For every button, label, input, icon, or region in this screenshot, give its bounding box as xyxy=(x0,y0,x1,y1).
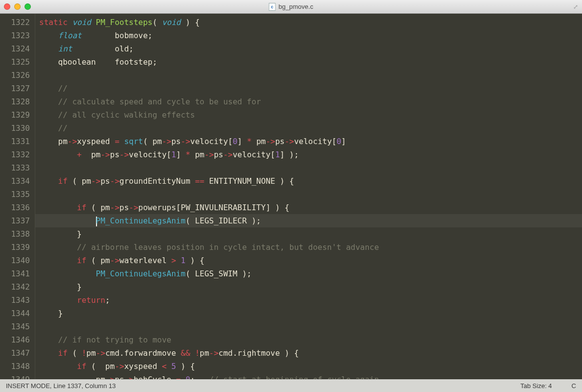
code-line[interactable]: if ( pm->ps->groundEntityNum == ENTITYNU… xyxy=(39,174,582,188)
minimize-window-button[interactable] xyxy=(14,3,21,10)
line-number: 1335 xyxy=(2,188,30,201)
window-titlebar: c bg_pmove.c ⤢ xyxy=(0,0,582,14)
line-number: 1331 xyxy=(2,135,30,148)
expand-icon[interactable]: ⤢ xyxy=(573,3,578,10)
status-tab-size[interactable]: Tab Size: 4 xyxy=(520,382,552,390)
code-line[interactable]: // if not trying to move xyxy=(39,333,582,346)
line-number: 1328 xyxy=(2,95,30,108)
code-line[interactable]: // calculate speed and cycle to be used … xyxy=(39,95,582,108)
line-number: 1344 xyxy=(2,307,30,320)
code-line[interactable]: int old; xyxy=(39,42,582,55)
line-number: 1342 xyxy=(2,280,30,294)
line-number: 1330 xyxy=(2,122,30,135)
code-line[interactable]: // airborne leaves position in cycle int… xyxy=(39,241,582,254)
code-line[interactable]: return; xyxy=(39,294,582,307)
code-line[interactable]: if ( pm->waterlevel > 1 ) { xyxy=(39,254,582,267)
close-window-button[interactable] xyxy=(4,3,10,10)
line-number: 1347 xyxy=(2,346,30,360)
line-number: 1339 xyxy=(2,241,30,254)
code-line[interactable]: // all cyclic walking effects xyxy=(39,108,582,122)
line-number: 1345 xyxy=(2,320,30,333)
code-line[interactable]: // xyxy=(39,82,582,95)
status-syntax[interactable]: C xyxy=(572,382,576,390)
code-line[interactable]: PM_ContinueLegsAnim( LEGS_IDLECR ); xyxy=(35,214,582,227)
code-line[interactable]: float bobmove; xyxy=(39,29,582,42)
file-type-icon: c xyxy=(269,3,276,11)
code-line[interactable]: PM_ContinueLegsAnim( LEGS_SWIM ); xyxy=(39,267,582,280)
code-line[interactable]: pm->ps->bobCycle = 0; // start at beginn… xyxy=(39,373,582,379)
line-number: 1337 xyxy=(2,214,30,227)
code-line[interactable]: + pm->ps->velocity[1] * pm->ps->velocity… xyxy=(39,148,582,161)
window-title: c bg_pmove.c xyxy=(269,3,314,11)
line-number: 1324 xyxy=(2,42,30,55)
status-bar: INSERT MODE, Line 1337, Column 13 Tab Si… xyxy=(0,379,582,392)
code-area[interactable]: static void PM_Footsteps( void ) { float… xyxy=(35,14,582,379)
code-line[interactable]: // xyxy=(39,122,582,135)
line-number: 1334 xyxy=(2,174,30,188)
code-line[interactable]: } xyxy=(39,227,582,241)
filename-label: bg_pmove.c xyxy=(279,3,314,10)
line-number: 1338 xyxy=(2,227,30,241)
code-line[interactable]: pm->xyspeed = sqrt( pm->ps->velocity[0] … xyxy=(39,135,582,148)
zoom-window-button[interactable] xyxy=(24,3,31,10)
line-number: 1326 xyxy=(2,69,30,82)
traffic-lights xyxy=(4,3,31,10)
line-number: 1343 xyxy=(2,294,30,307)
code-line[interactable]: if ( pm->ps->powerups[PW_INVULNERABILITY… xyxy=(39,201,582,214)
line-number: 1325 xyxy=(2,55,30,69)
code-line[interactable]: } xyxy=(39,307,582,320)
line-number: 1336 xyxy=(2,201,30,214)
line-number: 1348 xyxy=(2,360,30,373)
line-number: 1349 xyxy=(2,373,30,379)
code-editor[interactable]: 1322132313241325132613271328132913301331… xyxy=(0,14,582,379)
code-line[interactable] xyxy=(39,69,582,82)
code-line[interactable]: if ( !pm->cmd.forwardmove && !pm->cmd.ri… xyxy=(39,346,582,360)
code-line[interactable]: } xyxy=(39,280,582,294)
line-number: 1341 xyxy=(2,267,30,280)
line-number: 1327 xyxy=(2,82,30,95)
line-number: 1332 xyxy=(2,148,30,161)
code-line[interactable] xyxy=(39,188,582,201)
code-line[interactable] xyxy=(39,161,582,174)
line-number: 1333 xyxy=(2,161,30,174)
code-line[interactable] xyxy=(39,320,582,333)
code-line[interactable]: if ( pm->xyspeed < 5 ) { xyxy=(39,360,582,373)
line-number: 1322 xyxy=(2,16,30,29)
line-number: 1340 xyxy=(2,254,30,267)
line-number: 1346 xyxy=(2,333,30,346)
line-number: 1323 xyxy=(2,29,30,42)
code-line[interactable]: qboolean footstep; xyxy=(39,55,582,69)
code-line[interactable]: static void PM_Footsteps( void ) { xyxy=(39,16,582,29)
status-mode-position: INSERT MODE, Line 1337, Column 13 xyxy=(6,382,116,390)
line-number: 1329 xyxy=(2,108,30,122)
line-number-gutter: 1322132313241325132613271328132913301331… xyxy=(0,14,35,379)
